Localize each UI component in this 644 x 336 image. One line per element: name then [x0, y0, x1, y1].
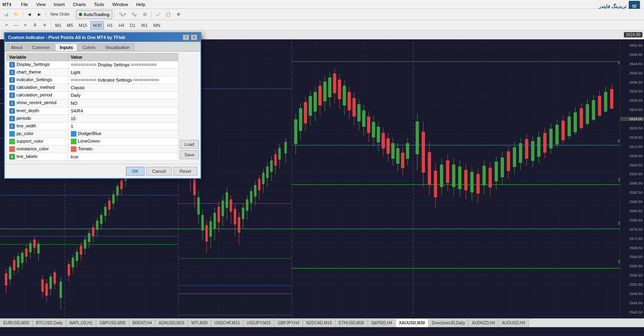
ok-button[interactable]: OK [126, 167, 144, 176]
toolbar-autotrading[interactable]: AutoTrading [76, 10, 112, 19]
tab-audusd[interactable]: AUDUSD,H4 [499, 319, 529, 327]
separator-2 [46, 11, 46, 18]
tab-audnzd[interactable]: AUDNZD,H4 [469, 319, 498, 327]
svg-rect-179 [353, 98, 356, 117]
dialog[interactable]: Custom Indicator - Pivot Points All in O… [4, 32, 201, 179]
tab-usdjpy[interactable]: USDJPY,M15 [244, 319, 275, 327]
table-row[interactable]: iDisplay_Settings========== Display Sett… [7, 61, 178, 69]
tab-xauusd[interactable]: XAUUSD,M30 [396, 319, 428, 327]
draw-hline[interactable]: ≡ [21, 21, 30, 30]
table-row[interactable]: ichart_themeLight [7, 69, 178, 76]
dialog-tab-visualization[interactable]: Visualization [101, 43, 134, 51]
dialog-tab-about[interactable]: About [6, 43, 27, 51]
cancel-button[interactable]: Cancel [146, 167, 172, 176]
toolbar-zoom-in[interactable]: 🔍+ [117, 10, 128, 19]
tab-dowjones[interactable]: DowJones30,Daily [429, 319, 469, 327]
price-tick-8: 2624.50 [620, 108, 644, 112]
svg-rect-177 [348, 92, 351, 111]
menu-tools[interactable]: Tools [92, 2, 106, 7]
table-row[interactable]: resistance_colorTomato [7, 145, 178, 153]
svg-rect-255 [574, 113, 577, 132]
table-row[interactable]: icalculation_methodClassic [7, 84, 178, 92]
draw-line[interactable]: — [11, 21, 20, 30]
toolbar-open[interactable]: 📁 [12, 10, 21, 19]
tf-w1[interactable]: W1 [139, 21, 151, 29]
draw-text[interactable]: A [31, 21, 39, 30]
tab-sp500[interactable]: S&P500,H4 [368, 319, 396, 327]
svg-rect-147 [270, 160, 272, 172]
dialog-tab-colors[interactable]: Colors [78, 43, 100, 51]
draw-crosshair[interactable]: ✛ [40, 21, 49, 30]
toolbar-forward[interactable]: ▶ [35, 10, 44, 19]
draw-arrow[interactable]: ↗ [2, 21, 10, 30]
table-row[interactable]: iIndicator_Settings========== Indicator … [7, 76, 178, 84]
svg-rect-29 [17, 256, 19, 268]
menu-charts[interactable]: Charts [71, 2, 87, 7]
svg-rect-53 [72, 258, 74, 267]
tab-adausd[interactable]: ADAUSD,M15 [155, 319, 188, 327]
tf-m30[interactable]: M30 [91, 21, 104, 29]
svg-rect-263 [598, 96, 601, 116]
svg-rect-63 [92, 227, 94, 236]
svg-rect-199 [401, 153, 404, 168]
tab-ethusd[interactable]: ETHUSD,M30 [336, 319, 368, 327]
col-value: Value [68, 53, 178, 61]
table-row[interactable]: support_colorLimeGreen [7, 137, 178, 145]
toolbar-new-order[interactable]: New Order [48, 10, 72, 19]
tf-d1[interactable]: D1 [128, 21, 138, 29]
param-value: Daily [68, 92, 178, 99]
price-tick-9: 2624.00 [620, 117, 644, 121]
menu-view[interactable]: View [35, 2, 47, 7]
save-button[interactable]: Save [180, 150, 199, 159]
table-row[interactable]: icalculation_periodDaily [7, 92, 178, 99]
svg-rect-59 [84, 240, 86, 248]
tf-m5[interactable]: M5 [64, 21, 75, 29]
toolbar-zoom-out[interactable]: 🔍- [129, 10, 139, 19]
menu-insert[interactable]: Insert [52, 2, 66, 7]
dialog-tab-inputs[interactable]: Inputs [55, 43, 77, 51]
tab-gbpusd[interactable]: GBPUSD,M30 [96, 319, 129, 327]
tab-wti[interactable]: WTI,M30 [188, 319, 211, 327]
tab-brent[interactable]: BRENT,H4 [129, 319, 155, 327]
table-row[interactable]: iperiods10 [7, 115, 178, 122]
toolbar-indicator[interactable]: 📈 [154, 10, 163, 19]
svg-rect-249 [555, 125, 559, 144]
price-tick-23: 2568.50 [620, 246, 644, 250]
svg-rect-61 [88, 233, 90, 242]
table-row[interactable]: iline_width1 [7, 122, 178, 130]
tab-aapl[interactable]: AAPL,US,H1 [66, 319, 97, 327]
price-tick-1: 2652.50 [620, 43, 644, 47]
var-icon: i [9, 123, 15, 129]
toolbar-back[interactable]: ◀ [25, 10, 34, 19]
reset-button[interactable]: Reset [173, 167, 197, 176]
separator-4 [114, 11, 115, 18]
tab-eurusd[interactable]: EURUSD,M30 [0, 319, 33, 327]
tf-mn[interactable]: MN [151, 21, 163, 29]
dialog-close-btn[interactable]: ✕ [191, 35, 197, 40]
table-row[interactable]: ishow_recent_periodNO [7, 99, 178, 107]
svg-rect-33 [25, 249, 27, 257]
tf-h4[interactable]: H4 [116, 21, 126, 29]
tf-h1[interactable]: H1 [105, 21, 115, 29]
toolbar-template[interactable]: 📋 [164, 10, 173, 19]
tab-nzdcad[interactable]: NZDCAD,M15 [303, 319, 336, 327]
tab-btcusd[interactable]: BTCUSD,Daily [33, 319, 66, 327]
menu-help[interactable]: Help [134, 2, 147, 7]
dialog-content: Variable Value iDisplay_Settings========… [5, 51, 200, 162]
toolbar-new-chart[interactable]: 📊 [2, 10, 10, 19]
toolbar-fit[interactable]: ⊡ [140, 10, 149, 19]
menu-window[interactable]: Window [111, 2, 130, 7]
dialog-tab-common[interactable]: Common [28, 43, 55, 51]
table-row[interactable]: pp_colorDodgerBlue [7, 130, 178, 137]
param-value: 1 [68, 122, 178, 130]
tf-m15[interactable]: M15 [76, 21, 90, 29]
tab-usdchf[interactable]: USDCHF,M15 [211, 319, 244, 327]
tab-gbpjpy[interactable]: GBPJPY,H4 [275, 319, 303, 327]
toolbar-settings[interactable]: ⚙ [174, 10, 183, 19]
dialog-help-btn[interactable]: ? [183, 35, 189, 40]
table-row[interactable]: ilevel_depthS4/R4 [7, 107, 178, 115]
load-button[interactable]: Load [180, 140, 199, 149]
table-row[interactable]: Sline_labelstrue [7, 153, 178, 161]
menu-file[interactable]: File [19, 2, 30, 7]
tf-m1[interactable]: M1 [53, 21, 64, 29]
